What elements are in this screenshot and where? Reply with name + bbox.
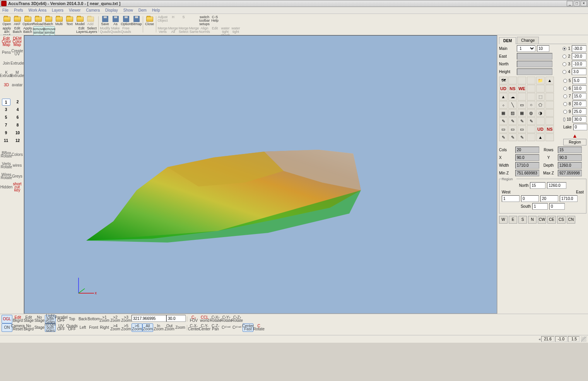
status-handle[interactable]: ◂ xyxy=(538,337,540,341)
dir-btn-w[interactable]: W xyxy=(499,216,508,224)
bottom-rotate[interactable]: C‹X›Rotate xyxy=(210,315,221,323)
y-input[interactable] xyxy=(558,154,582,161)
toolbar-batch[interactable]: Batch xyxy=(43,15,54,26)
dem-tool[interactable]: ✎ xyxy=(518,133,526,141)
toolbar-close[interactable]: Close xyxy=(144,15,155,34)
dem-tool[interactable]: ✎ xyxy=(518,117,526,125)
dem-tool[interactable]: 📁 xyxy=(536,77,545,84)
bottom-zoom[interactable]: InZoom xyxy=(153,323,164,332)
bottom-zoom[interactable]: AllZoom xyxy=(142,323,153,332)
left-tool-rotate[interactable]: VertsRotate xyxy=(2,161,12,171)
dem-tool[interactable]: UD xyxy=(499,85,508,92)
dem-tool[interactable] xyxy=(518,93,526,101)
left-tool-extrude[interactable]: MExtrude xyxy=(12,69,22,79)
dem-tool[interactable]: NS xyxy=(508,85,517,92)
dem-tool[interactable]: ✎ xyxy=(499,133,508,141)
left-tool-rotate[interactable]: BBoxRotate xyxy=(2,150,12,160)
toolbar-option[interactable]: Option xyxy=(22,15,33,26)
dem-tool[interactable]: NS xyxy=(545,125,554,133)
dir-btn-cn[interactable]: CN xyxy=(567,216,575,224)
dem-tool[interactable]: ☁ xyxy=(508,93,517,101)
bottom-input-2[interactable] xyxy=(166,315,186,322)
dem-tool[interactable] xyxy=(527,133,535,141)
region-grid-2[interactable] xyxy=(540,195,558,202)
radio-8[interactable] xyxy=(563,102,567,106)
dem-tool[interactable]: WE xyxy=(518,85,526,92)
dem-tool[interactable]: 🗺 xyxy=(499,77,508,84)
main-input[interactable] xyxy=(537,45,549,52)
height_label-input[interactable] xyxy=(517,68,552,75)
region-grid-0[interactable] xyxy=(502,195,520,202)
toolbar-c-s[interactable]: C-SHelp xyxy=(210,15,220,26)
dir-btn-n[interactable]: N xyxy=(528,216,537,224)
bottom-bkgrd[interactable]: EditBkgrd xyxy=(12,315,23,323)
bottom-left[interactable]: Left xyxy=(77,323,88,332)
left-tool-pens[interactable]: Pens xyxy=(2,48,12,58)
dem-tool[interactable] xyxy=(545,85,554,92)
bottom-top[interactable]: Top xyxy=(67,315,77,323)
bottom-zoom[interactable]: OutZoom xyxy=(164,323,175,332)
menu-work-area[interactable]: Work Area xyxy=(28,8,46,12)
dem-tool[interactable]: UD xyxy=(536,125,545,133)
close-button[interactable]: × xyxy=(581,1,587,6)
tab-change[interactable]: Change xyxy=(517,37,539,44)
dem-tool[interactable] xyxy=(527,77,535,84)
left-tool-3d[interactable]: 3D xyxy=(2,80,12,90)
width-input[interactable] xyxy=(515,162,539,169)
left-tool-rotate[interactable]: WiresRotate xyxy=(2,171,12,181)
x-input[interactable] xyxy=(515,154,539,161)
bottom-ogl[interactable]: OGL xyxy=(2,315,12,323)
radio-3[interactable] xyxy=(562,62,566,66)
dem-tool[interactable] xyxy=(518,77,526,84)
bottom-zoom[interactable]: Zoom xyxy=(175,323,186,332)
view-slot-7[interactable]: 7 xyxy=(2,122,10,129)
view-slot-9[interactable]: 9 xyxy=(2,130,10,137)
bottom-cᵖⁱᵛᵒᵗ[interactable]: Cᵖⁱᵛᵒᵗ xyxy=(221,323,232,332)
radio-5[interactable] xyxy=(563,79,567,83)
menu-show[interactable]: Show xyxy=(123,8,133,12)
rows-input[interactable] xyxy=(558,147,582,153)
bottom-input-1[interactable] xyxy=(132,315,166,322)
left-tool-uv[interactable]: CreateUV xyxy=(12,48,22,58)
dem-tool[interactable] xyxy=(536,85,545,92)
bottom-reset[interactable]: CameraReset xyxy=(12,323,23,332)
side-input-9[interactable] xyxy=(573,108,586,115)
dem-tool[interactable]: ▲ xyxy=(545,77,554,84)
dem-tool[interactable]: ▲ xyxy=(499,93,508,101)
radio-7[interactable] xyxy=(563,94,567,98)
bottom-bkgrd[interactable]: NoBkgrd xyxy=(23,323,34,332)
viewport-3d[interactable]: x xyxy=(24,35,497,314)
toolbar-save[interactable]: Save xyxy=(100,15,110,26)
maximize-button[interactable]: □ xyxy=(574,1,580,6)
view-slot-12[interactable]: 12 xyxy=(14,137,22,144)
bottom-sides[interactable]: render bothsides xyxy=(45,323,56,332)
view-slot-10[interactable]: 10 xyxy=(14,130,22,137)
main-select[interactable]: 1 xyxy=(517,45,535,52)
dem-tool[interactable] xyxy=(545,109,554,117)
bottom-right[interactable]: Right xyxy=(99,323,110,332)
bottom-world[interactable]: CCLworld xyxy=(199,315,210,323)
left-tool-key[interactable]: short cutkey xyxy=(12,182,22,192)
dem-tool[interactable]: ╲ xyxy=(508,101,517,109)
dem-tool[interactable]: ▭ xyxy=(508,125,517,133)
menu-file[interactable]: File xyxy=(2,8,9,12)
radio-9[interactable] xyxy=(563,110,567,114)
toolbar-reload[interactable]: Reload xyxy=(33,15,43,26)
view-slot-8[interactable]: 8 xyxy=(14,122,22,129)
dem-tool[interactable] xyxy=(527,85,535,92)
bottom-cᵖⁱᵛᵒᵗ[interactable]: Cᵖⁱᵛᵒᵗ xyxy=(232,323,243,332)
dem-tool[interactable]: ◍ xyxy=(527,109,535,117)
bottom-zoom[interactable]: >6Zoom xyxy=(132,323,142,332)
dem-tool[interactable]: ⬚ xyxy=(536,93,545,101)
left-tool-colors[interactable]: Colors xyxy=(12,150,22,160)
view-slot-4[interactable]: 4 xyxy=(14,106,22,113)
region-grid-1[interactable] xyxy=(521,195,539,202)
view-slot-11[interactable]: 11 xyxy=(2,137,10,144)
view-slot-3[interactable]: 3 xyxy=(2,106,10,113)
toolbar-as[interactable]: As xyxy=(110,15,121,26)
bottom-zoom[interactable]: >3Zoom xyxy=(121,315,132,323)
dem-tool[interactable]: ▨ xyxy=(508,109,517,117)
dem-tool[interactable]: ✎ xyxy=(527,117,535,125)
dem-tool[interactable]: ✎ xyxy=(508,133,517,141)
menu-viewer[interactable]: Viewer xyxy=(69,8,80,12)
